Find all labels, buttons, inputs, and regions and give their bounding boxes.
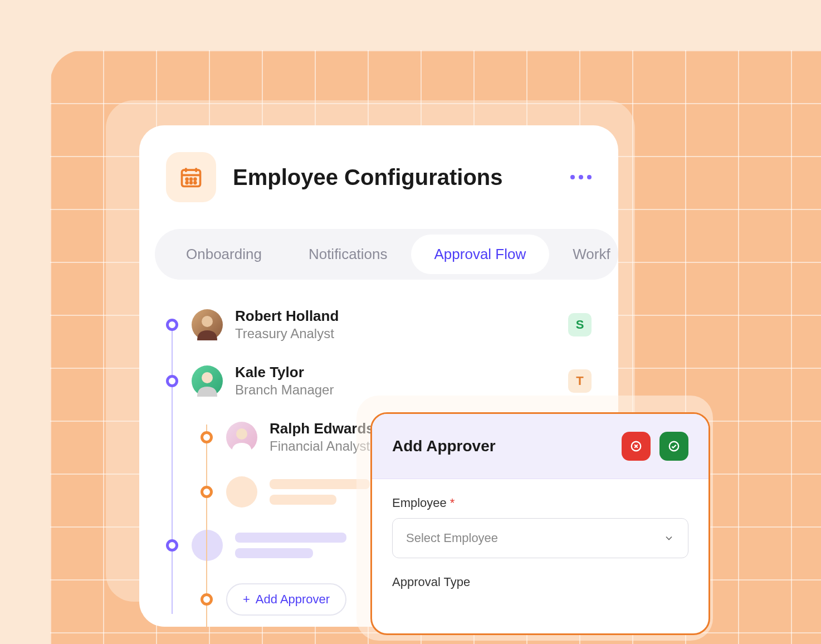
flow-connector-main (172, 324, 173, 614)
svg-point-7 (202, 316, 213, 327)
cancel-button[interactable] (622, 432, 651, 461)
add-approver-label: Add Approver (256, 592, 330, 607)
avatar-placeholder (192, 530, 223, 561)
svg-point-2 (190, 178, 192, 180)
svg-point-4 (186, 182, 188, 184)
tab-bar: Onboarding Notifications Approval Flow W… (155, 229, 618, 280)
tab-notifications[interactable]: Notifications (285, 235, 411, 274)
employee-select[interactable]: Select Employee (392, 518, 688, 558)
approver-node[interactable]: Robert Holland Treasury Analyst S (166, 308, 592, 341)
avatar (192, 309, 223, 340)
avatar (226, 422, 257, 453)
approver-name: Robert Holland (235, 308, 568, 325)
tab-workflow[interactable]: Workf (549, 235, 618, 274)
add-approver-button[interactable]: + Add Approver (226, 583, 346, 616)
flow-dot-icon (201, 486, 213, 498)
flow-dot-icon (166, 375, 178, 387)
approval-type-field-label: Approval Type (392, 575, 688, 589)
approver-role: Treasury Analyst (235, 326, 568, 341)
svg-point-8 (202, 372, 213, 383)
skeleton-line (235, 548, 313, 558)
flow-dot-icon (201, 593, 213, 606)
svg-point-6 (194, 182, 196, 184)
more-options-button[interactable] (570, 175, 592, 179)
add-approver-modal: Add Approver Employee * Select Employee (370, 412, 710, 635)
flow-dot-icon (166, 319, 178, 331)
skeleton-line (235, 533, 346, 543)
skeleton-line (270, 479, 370, 489)
select-placeholder: Select Employee (406, 531, 498, 545)
tab-onboarding[interactable]: Onboarding (163, 235, 285, 274)
confirm-button[interactable] (659, 432, 688, 461)
avatar (192, 365, 223, 397)
plus-icon: + (243, 592, 250, 607)
tab-approval-flow[interactable]: Approval Flow (411, 235, 550, 274)
svg-point-5 (190, 182, 192, 184)
calendar-icon (166, 152, 216, 202)
approver-name: Kale Tylor (235, 364, 568, 381)
flow-dot-icon (201, 431, 213, 443)
svg-point-1 (186, 178, 188, 180)
status-badge: T (568, 369, 592, 393)
modal-title: Add Approver (392, 437, 613, 455)
skeleton-line (270, 495, 336, 505)
page-title: Employee Configurations (233, 165, 554, 190)
flow-dot-icon (166, 539, 178, 552)
required-asterisk: * (450, 496, 455, 510)
svg-point-3 (194, 178, 196, 180)
approver-node[interactable]: Kale Tylor Branch Manager T (166, 364, 592, 398)
employee-field-label: Employee * (392, 496, 688, 510)
svg-point-9 (236, 428, 247, 440)
status-badge: S (568, 313, 592, 336)
avatar-placeholder (226, 476, 257, 508)
chevron-down-icon (663, 533, 675, 544)
